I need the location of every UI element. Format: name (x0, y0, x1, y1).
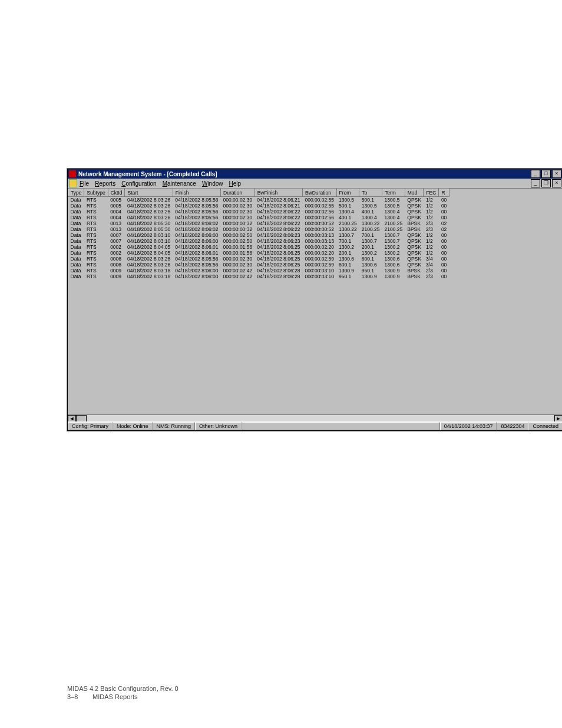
cell-bwfinish: 04/18/2002 8:06:25 (254, 244, 302, 250)
table-row[interactable]: DataRTS000204/18/2002 8:04:0504/18/2002 … (68, 244, 449, 250)
cell-mod: QPSK (405, 250, 424, 256)
menu-window[interactable]: Window (202, 180, 223, 187)
cell-duration: 000:00:02:30 (221, 197, 255, 203)
page-footer: MIDAS 4.2 Basic Configuration, Rev. 0 3–… (67, 684, 178, 701)
col-finish[interactable]: Finish (173, 189, 220, 197)
cell-cktid: 0007 (108, 232, 125, 238)
cell-to: 1300.9 (359, 274, 382, 279)
col-to[interactable]: To (359, 189, 382, 197)
mdi-close-button[interactable]: × (552, 179, 561, 187)
cell-bwfinish: 04/18/2002 8:06:28 (254, 274, 302, 279)
col-from[interactable]: From (336, 189, 359, 197)
menu-file[interactable]: File (80, 180, 89, 187)
cell-r: 00 (439, 274, 449, 279)
cell-duration: 000:00:02:30 (221, 203, 255, 209)
menu-help[interactable]: Help (229, 180, 242, 187)
cell-to: 1300.7 (359, 238, 382, 244)
table-row[interactable]: DataRTS000404/18/2002 8:03:2604/18/2002 … (68, 215, 449, 220)
cell-duration: 000:00:02:50 (221, 238, 255, 244)
table-row[interactable]: DataRTS000704/18/2002 8:03:1004/18/2002 … (68, 238, 449, 244)
mdi-minimize-button[interactable]: _ (531, 179, 540, 187)
cell-type: Data (68, 250, 84, 256)
cell-bwduration: 000:00:02:20 (302, 244, 336, 250)
cell-subtype: RTS (84, 226, 108, 232)
mdi-icon[interactable] (69, 179, 77, 187)
mdi-restore-button[interactable]: ❐ (541, 179, 551, 187)
cell-type: Data (68, 244, 84, 250)
col-r[interactable]: R (439, 189, 449, 197)
cell-from: 700.1 (336, 238, 359, 244)
cell-r: 00 (439, 215, 449, 220)
cell-from: 1300.22 (336, 226, 359, 232)
cell-start: 04/18/2002 8:05:30 (125, 226, 173, 232)
cell-bwfinish: 04/18/2002 8:06:21 (254, 197, 302, 203)
footer-section: MIDAS Reports (92, 693, 137, 700)
cell-bwduration: 000:00:03:10 (302, 268, 336, 274)
table-row[interactable]: DataRTS000704/18/2002 8:03:1004/18/2002 … (68, 232, 449, 238)
cell-start: 04/18/2002 8:03:26 (125, 203, 173, 209)
cell-finish: 04/18/2002 8:05:56 (173, 209, 220, 215)
col-mod[interactable]: Mod (405, 189, 424, 197)
footer-page: 3–8 (67, 693, 91, 701)
cell-from: 200.1 (336, 250, 359, 256)
cell-type: Data (68, 220, 84, 226)
cell-bwfinish: 04/18/2002 8:06:22 (254, 209, 302, 215)
cell-bwduration: 000:00:03:13 (302, 232, 336, 238)
table-row[interactable]: DataRTS000904/18/2002 8:03:1804/18/2002 … (68, 274, 449, 279)
cell-cktid: 0006 (108, 262, 125, 268)
status-connection: Connected (528, 422, 562, 430)
cell-finish: 04/18/2002 8:06:00 (173, 268, 220, 274)
cell-finish: 04/18/2002 8:06:00 (173, 232, 220, 238)
cell-type: Data (68, 197, 84, 203)
col-type[interactable]: Type (68, 189, 84, 197)
cell-bwfinish: 04/18/2002 8:06:25 (254, 262, 302, 268)
cell-bwfinish: 04/18/2002 8:06:28 (254, 268, 302, 274)
cell-subtype: RTS (84, 262, 108, 268)
menu-reports[interactable]: Reports (95, 180, 115, 187)
table-row[interactable]: DataRTS000504/18/2002 8:03:2604/18/2002 … (68, 197, 449, 203)
table-row[interactable]: DataRTS000604/18/2002 8:03:2604/18/2002 … (68, 256, 449, 262)
col-start[interactable]: Start (125, 189, 173, 197)
menu-maintenance[interactable]: Maintenance (163, 180, 196, 187)
table-row[interactable]: DataRTS000604/18/2002 8:03:2604/18/2002 … (68, 262, 449, 268)
cell-subtype: RTS (84, 197, 108, 203)
menu-configuration[interactable]: Configuration (121, 180, 157, 187)
col-subtype[interactable]: Subtype (84, 189, 108, 197)
cell-bwduration: 000:00:03:10 (302, 274, 336, 279)
cell-subtype: RTS (84, 250, 108, 256)
table-row[interactable]: DataRTS000904/18/2002 8:03:1804/18/2002 … (68, 268, 449, 274)
cell-bwduration: 000:00:00:52 (302, 220, 336, 226)
cell-subtype: RTS (84, 215, 108, 220)
cell-term: 1300.6 (382, 262, 405, 268)
close-button[interactable]: × (552, 170, 561, 178)
cell-cktid: 0005 (108, 197, 125, 203)
col-term[interactable]: Term (382, 189, 405, 197)
cell-from: 1300.2 (336, 244, 359, 250)
cell-fec: 2/3 (424, 220, 439, 226)
cell-mod: BPSK (405, 268, 424, 274)
table-row[interactable]: DataRTS001304/18/2002 8:05:3004/18/2002 … (68, 226, 449, 232)
table-row[interactable]: DataRTS000204/18/2002 8:04:0504/18/2002 … (68, 250, 449, 256)
cell-r: 00 (439, 203, 449, 209)
cell-cktid: 0005 (108, 203, 125, 209)
cell-finish: 04/18/2002 8:05:56 (173, 215, 220, 220)
cell-bwfinish: 04/18/2002 8:06:22 (254, 226, 302, 232)
cell-from: 500.1 (336, 203, 359, 209)
table-row[interactable]: DataRTS000504/18/2002 8:03:2604/18/2002 … (68, 203, 449, 209)
cell-from: 950.1 (336, 274, 359, 279)
cell-from: 1300.5 (336, 197, 359, 203)
cell-to: 1300.2 (359, 250, 382, 256)
col-duration[interactable]: Duration (221, 189, 255, 197)
col-bwfinish[interactable]: BwFinish (254, 189, 302, 197)
col-cktid[interactable]: CktId (108, 189, 125, 197)
col-fec[interactable]: FEC (424, 189, 439, 197)
cell-fec: 2/3 (424, 274, 439, 279)
maximize-button[interactable]: □ (541, 170, 551, 178)
cell-mod: QPSK (405, 215, 424, 220)
table-row[interactable]: DataRTS000404/18/2002 8:03:2604/18/2002 … (68, 209, 449, 215)
cell-mod: QPSK (405, 238, 424, 244)
cell-from: 2100.25 (336, 220, 359, 226)
col-bwduration[interactable]: BwDuration (302, 189, 336, 197)
table-row[interactable]: DataRTS001304/18/2002 8:05:3004/18/2002 … (68, 220, 449, 226)
minimize-button[interactable]: _ (531, 170, 540, 178)
